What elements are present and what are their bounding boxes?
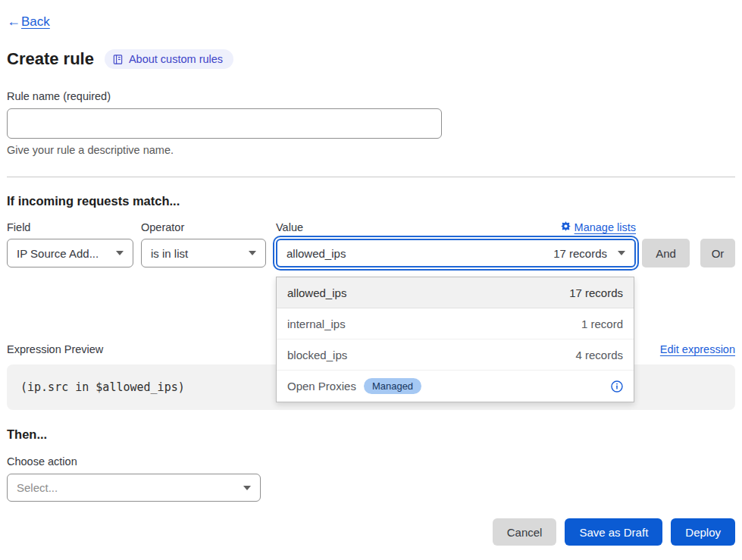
value-label: Value — [276, 221, 303, 233]
control-selects-row: IP Source Add... is in list allowed_ips … — [7, 239, 735, 267]
then-heading: Then... — [7, 427, 735, 442]
value-select-right: 17 records — [553, 247, 625, 260]
title-row: Create rule About custom rules — [7, 49, 735, 69]
chevron-down-icon — [116, 251, 124, 255]
option-meta: 17 records — [569, 286, 623, 299]
dropdown-option-allowed-ips[interactable]: allowed_ips 17 records — [277, 277, 634, 308]
manage-lists-label: Manage lists — [575, 221, 636, 233]
operator-select[interactable]: is in list — [141, 239, 266, 267]
rule-name-helper: Give your rule a descriptive name. — [7, 144, 735, 156]
operator-select-value: is in list — [151, 247, 188, 260]
expression-preview-label: Expression Preview — [7, 343, 103, 355]
cancel-button[interactable]: Cancel — [493, 518, 557, 546]
action-select[interactable]: Select... — [7, 474, 261, 502]
value-dropdown-panel: allowed_ips 17 records internal_ips 1 re… — [276, 277, 634, 402]
dropdown-option-blocked-ips[interactable]: blocked_ips 4 records — [277, 339, 634, 371]
chevron-down-icon — [618, 251, 625, 255]
info-icon[interactable] — [611, 380, 623, 393]
option-name-group: Open Proxies Managed — [287, 378, 421, 394]
arrow-left-icon: ← — [7, 14, 20, 30]
about-custom-rules-badge[interactable]: About custom rules — [105, 49, 233, 69]
managed-badge: Managed — [364, 378, 421, 394]
value-select-meta: 17 records — [553, 247, 607, 260]
create-rule-page: ← Back Create rule About custom rules Ru… — [0, 0, 742, 546]
choose-action-label: Choose action — [7, 455, 735, 468]
page-title: Create rule — [7, 49, 94, 69]
about-badge-label: About custom rules — [129, 53, 223, 65]
book-icon — [112, 54, 124, 65]
action-select-placeholder: Select... — [17, 481, 58, 494]
value-label-row: Value Manage lists — [276, 221, 636, 233]
match-controls: Field Operator Value Manage lists IP Sou — [7, 221, 735, 267]
option-meta: 4 records — [575, 349, 623, 361]
value-select[interactable]: allowed_ips 17 records — [276, 239, 636, 267]
chevron-down-icon — [249, 251, 256, 255]
value-select-name: allowed_ips — [286, 247, 346, 260]
deploy-button[interactable]: Deploy — [671, 518, 735, 546]
back-row: ← Back — [7, 14, 735, 30]
edit-expression-link[interactable]: Edit expression — [660, 343, 735, 355]
field-label: Field — [7, 221, 133, 233]
option-name: internal_ips — [287, 318, 346, 330]
control-labels-row: Field Operator Value Manage lists — [7, 221, 735, 233]
field-select[interactable]: IP Source Add... — [7, 239, 133, 267]
back-link[interactable]: ← Back — [7, 14, 50, 30]
operator-label: Operator — [141, 221, 266, 233]
option-name: blocked_ips — [287, 349, 347, 361]
expression-code: (ip.src in $allowed_ips) — [20, 380, 185, 394]
dropdown-option-internal-ips[interactable]: internal_ips 1 record — [277, 308, 634, 339]
rule-name-label: Rule name (required) — [7, 90, 735, 102]
option-meta: 1 record — [581, 318, 623, 330]
or-button[interactable]: Or — [700, 239, 735, 267]
footer-actions: Cancel Save as Draft Deploy — [7, 518, 735, 546]
chevron-down-icon — [243, 486, 251, 490]
save-as-draft-button[interactable]: Save as Draft — [565, 518, 662, 546]
field-select-value: IP Source Add... — [17, 247, 99, 260]
match-section-heading: If incoming requests match... — [7, 194, 735, 208]
section-divider — [7, 177, 735, 177]
manage-lists-link[interactable]: Manage lists — [561, 221, 636, 233]
back-label: Back — [21, 14, 50, 30]
and-button[interactable]: And — [642, 239, 690, 267]
option-name: allowed_ips — [287, 286, 346, 299]
gear-icon — [561, 221, 571, 233]
rule-name-input[interactable] — [7, 108, 442, 139]
dropdown-option-open-proxies[interactable]: Open Proxies Managed — [277, 371, 634, 402]
option-name: Open Proxies — [287, 380, 356, 393]
